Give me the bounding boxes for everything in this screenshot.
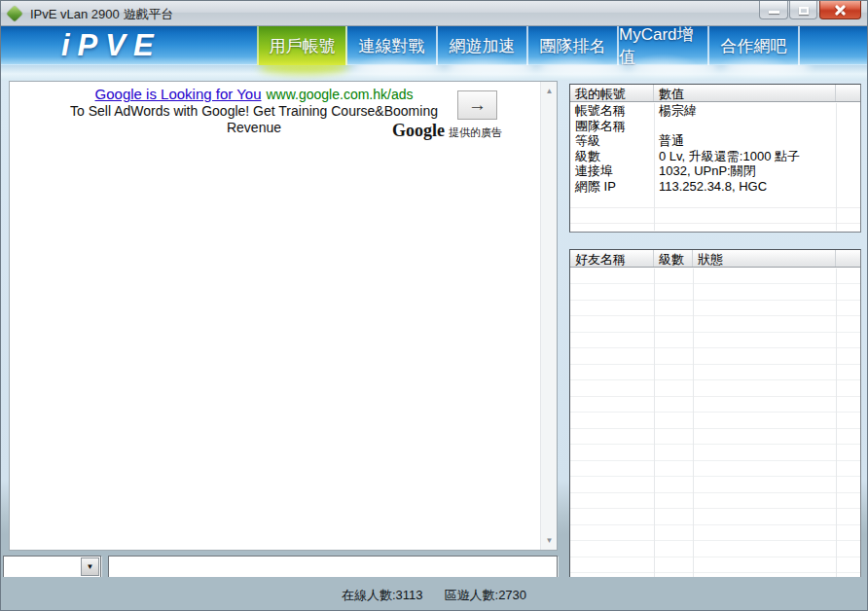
column-header-spacer <box>836 250 860 267</box>
ad-body-line1: To Sell AdWords with Google! Get Trainin… <box>10 103 498 120</box>
nav-reflection <box>1 65 867 81</box>
scroll-up-icon[interactable]: ▲ <box>541 83 558 99</box>
column-header-level[interactable]: 級數 <box>654 250 693 267</box>
tab-glow <box>353 65 441 74</box>
tab-online-battle[interactable]: 連線對戰 <box>347 26 438 65</box>
column-header-value[interactable]: 數值 <box>654 85 836 101</box>
chevron-down-icon[interactable]: ▼ <box>81 557 99 576</box>
account-table-body: 帳號名稱 楊宗緯 團隊名稱 等級 普通 級數 0 Lv, 升級還需:1000 點… <box>570 103 860 232</box>
column-divider <box>836 269 837 577</box>
app-window: IPvE vLan 2900 遊戲平台 iPVE 用戶帳號 連線對戰 網遊加速 … <box>0 0 868 611</box>
close-button[interactable] <box>819 1 861 19</box>
titlebar: IPvE vLan 2900 遊戲平台 <box>1 1 867 26</box>
column-header-spacer <box>836 85 860 101</box>
column-header-friend-name[interactable]: 好友名稱 <box>570 250 654 267</box>
tab-user-account[interactable]: 用戶帳號 <box>257 26 347 65</box>
online-count: 在線人數:3113 <box>342 587 423 610</box>
table-row: 等級 普通 <box>570 133 860 149</box>
ad-headline-link[interactable]: Google is Looking for You <box>95 86 262 102</box>
row-label: 等級 <box>570 133 654 149</box>
table-row: 級數 0 Lv, 升級還需:1000 點子 <box>570 149 860 164</box>
nav-tabs: 用戶帳號 連線對戰 網遊加速 團隊排名 MyCard增值 合作網吧 <box>257 26 800 65</box>
navbar: iPVE 用戶帳號 連線對戰 網遊加速 團隊排名 MyCard增值 合作網吧 <box>1 26 867 65</box>
empty-rows <box>570 269 860 578</box>
account-table-header: 我的帳號 數值 <box>570 85 860 102</box>
minimize-button[interactable] <box>759 1 788 19</box>
tab-game-boost[interactable]: 網遊加速 <box>438 26 528 65</box>
arrow-right-icon: → <box>468 94 487 116</box>
row-value: 113.252.34.8, HGC <box>654 179 767 195</box>
tab-glow <box>631 65 718 74</box>
table-row: 帳號名稱 楊宗緯 <box>570 103 860 119</box>
tab-team-ranking[interactable]: 團隊排名 <box>528 26 619 65</box>
content-scrollbar[interactable]: ▲ ▼ <box>540 82 557 550</box>
ad-attribution: Google提供的廣告 <box>321 121 502 141</box>
ad-attribution-text: 提供的廣告 <box>449 126 502 138</box>
app-icon <box>7 6 23 22</box>
column-header-status[interactable]: 狀態 <box>693 250 836 267</box>
empty-rows <box>570 194 860 232</box>
content-panel: Google is Looking for Youwww.google.com.… <box>9 81 558 551</box>
column-divider <box>654 103 655 231</box>
column-divider <box>836 103 837 231</box>
tab-glow <box>723 65 811 74</box>
app-logo: iPVE <box>61 28 162 63</box>
row-label: 連接埠 <box>570 163 654 179</box>
active-tab-glow <box>259 65 348 74</box>
scroll-down-icon[interactable]: ▼ <box>541 532 558 549</box>
tab-glow <box>447 65 534 74</box>
chat-channel-dropdown[interactable]: ▼ <box>3 556 101 578</box>
maximize-icon <box>799 7 809 15</box>
column-divider <box>693 269 694 577</box>
area-count: 區遊人數:2730 <box>445 587 527 610</box>
chat-message-input[interactable] <box>108 556 558 578</box>
table-row: 團隊名稱 <box>570 119 860 134</box>
row-value: 楊宗緯 <box>654 103 697 119</box>
tab-partner-cafe[interactable]: 合作網吧 <box>709 26 800 65</box>
table-row: 網際 IP 113.252.34.8, HGC <box>570 179 860 195</box>
friends-table-body <box>570 269 860 578</box>
row-value: 1032, UPnP:關閉 <box>654 163 756 179</box>
table-row: 連接埠 1032, UPnP:關閉 <box>570 163 860 179</box>
google-logo: Google <box>392 121 445 140</box>
row-value: 0 Lv, 升級還需:1000 點子 <box>654 149 800 164</box>
friends-table: 好友名稱 級數 狀態 <box>569 249 861 579</box>
row-label: 帳號名稱 <box>570 103 654 119</box>
account-table: 我的帳號 數值 帳號名稱 楊宗緯 團隊名稱 等級 普通 級數 <box>569 84 861 233</box>
main-area: Google is Looking for Youwww.google.com.… <box>1 81 867 579</box>
ad-url[interactable]: www.google.com.hk/ads <box>267 87 414 102</box>
column-divider <box>654 269 655 577</box>
statusbar: 在線人數:3113 區遊人數:2730 <box>1 577 867 610</box>
minimize-icon <box>769 11 779 14</box>
window-controls <box>759 1 861 19</box>
ad-next-button[interactable]: → <box>457 90 497 120</box>
friends-table-header: 好友名稱 級數 狀態 <box>570 250 860 268</box>
row-label: 團隊名稱 <box>570 119 654 134</box>
tab-mycard-topup[interactable]: MyCard增值 <box>619 26 709 65</box>
tab-glow <box>538 65 626 74</box>
column-header-my-account[interactable]: 我的帳號 <box>570 85 654 101</box>
close-icon <box>834 4 847 17</box>
row-label: 網際 IP <box>570 179 654 195</box>
row-value: 普通 <box>654 133 684 149</box>
row-label: 級數 <box>570 149 654 164</box>
maximize-button[interactable] <box>789 1 817 19</box>
window-title: IPvE vLan 2900 遊戲平台 <box>30 6 173 23</box>
